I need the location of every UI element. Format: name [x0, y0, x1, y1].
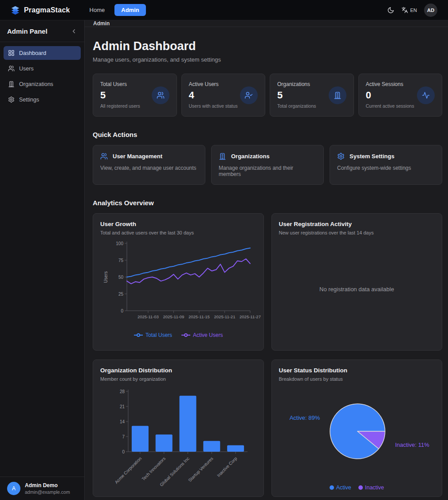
sidebar-item-organizations[interactable]: Organizations	[4, 77, 81, 91]
stat-card-total-users: Total Users 5 All registered users	[93, 74, 177, 117]
svg-text:2025-11-27: 2025-11-27	[240, 314, 261, 319]
admin-sidebar: Admin Panel Dashboard Users	[0, 20, 85, 500]
svg-text:Tech Innovators: Tech Innovators	[141, 456, 166, 482]
users-icon	[100, 152, 108, 160]
moon-icon	[387, 7, 394, 14]
page-subtitle: Manage users, organizations, and system …	[93, 56, 442, 63]
sidebar-collapse-button[interactable]	[71, 28, 77, 35]
user-growth-card: User Growth Total and active users over …	[93, 213, 264, 351]
stat-description: Users with active status	[189, 103, 258, 109]
organization-distribution-card: Organization Distribution Member count b…	[93, 359, 264, 497]
stat-card-active-sessions: Active Sessions 0 Current active session…	[358, 74, 443, 117]
svg-text:14: 14	[120, 419, 125, 424]
quick-actions-heading: Quick Actions	[93, 131, 442, 138]
svg-text:0: 0	[122, 449, 125, 454]
main-area: Admin Admin Dashboard Manage users, orga…	[85, 20, 448, 500]
sidebar-menu: Dashboard Users Organizations Settings	[0, 42, 84, 477]
svg-text:2025-11-03: 2025-11-03	[138, 314, 159, 319]
svg-text:75: 75	[118, 258, 124, 263]
registration-activity-card: User Registration Activity New user regi…	[271, 213, 443, 351]
stat-description: Total organizations	[277, 103, 346, 109]
sidebar-item-label: Dashboard	[19, 50, 46, 56]
breadcrumb-bar: Admin	[85, 20, 448, 27]
svg-text:Startup Ventures: Startup Ventures	[187, 456, 214, 483]
chart-subtitle: Total and active users over the last 30 …	[100, 230, 256, 235]
user-avatar[interactable]: AD	[424, 4, 437, 17]
chart-title: User Growth	[100, 221, 256, 227]
legend-dot-icon	[358, 485, 363, 490]
analytics-heading: Analytics Overview	[93, 199, 442, 207]
sidebar-header: Admin Panel	[0, 20, 84, 42]
quick-action-title: Organizations	[231, 153, 270, 160]
svg-text:Inactive Corp: Inactive Corp	[216, 456, 238, 478]
theme-toggle-button[interactable]	[387, 7, 394, 14]
quick-action-user-management[interactable]: User Management View, create, and manage…	[93, 145, 205, 185]
language-switcher[interactable]: EN	[401, 7, 417, 13]
chart-title: User Status Distribution	[279, 367, 435, 374]
legend-item-active: Active	[330, 484, 351, 491]
empty-state-text: No registration data available	[319, 286, 394, 293]
svg-text:50: 50	[118, 275, 124, 280]
svg-text:25: 25	[118, 292, 124, 297]
language-label: EN	[410, 8, 417, 13]
sidebar-item-label: Users	[19, 66, 34, 72]
chart-subtitle: Breakdown of users by status	[279, 376, 435, 382]
svg-text:28: 28	[120, 389, 125, 394]
building-icon	[329, 86, 346, 104]
user-name: Admin Demo	[25, 482, 70, 488]
breadcrumb[interactable]: Admin	[93, 20, 110, 27]
chart-title: Organization Distribution	[100, 367, 256, 374]
user-growth-line-chart: 02550751002025-11-032025-11-092025-11-15…	[100, 239, 256, 327]
stat-description: All registered users	[100, 103, 169, 109]
sidebar-item-dashboard[interactable]: Dashboard	[4, 46, 81, 60]
stats-grid: Total Users 5 All registered users Activ…	[93, 74, 442, 117]
svg-text:2025-11-15: 2025-11-15	[189, 314, 210, 319]
sidebar-item-settings[interactable]: Settings	[4, 93, 81, 106]
brand-name: PragmaStack	[24, 6, 70, 14]
nav-link-admin[interactable]: Admin	[114, 4, 145, 16]
dashboard-grid-icon	[8, 50, 15, 56]
users-icon	[8, 65, 15, 72]
stat-description: Current active sessions	[366, 103, 435, 109]
svg-text:0: 0	[121, 309, 123, 313]
users-icon	[152, 86, 169, 104]
chart-subtitle: Member count by organization	[100, 376, 256, 382]
nav-link-home[interactable]: Home	[85, 4, 110, 16]
quick-action-description: Configure system-wide settings	[337, 165, 435, 171]
svg-text:Active: 89%: Active: 89%	[289, 414, 320, 421]
languages-icon	[401, 7, 408, 13]
pie-chart-legend: Active Inactive	[279, 484, 435, 491]
user-status-distribution-card: User Status Distribution Breakdown of us…	[271, 359, 443, 497]
brand-logo[interactable]: PragmaStack	[11, 5, 70, 15]
sidebar-user-card[interactable]: A Admin Demo admin@example.com	[0, 477, 84, 500]
svg-text:100: 100	[116, 241, 123, 246]
sidebar-item-users[interactable]: Users	[4, 62, 81, 75]
quick-actions-grid: User Management View, create, and manage…	[93, 145, 442, 185]
user-email: admin@example.com	[25, 489, 70, 495]
quick-action-title: System Settings	[350, 153, 394, 160]
svg-text:2025-11-21: 2025-11-21	[214, 314, 236, 319]
svg-text:21: 21	[120, 404, 125, 409]
svg-text:7: 7	[122, 434, 125, 439]
svg-text:Acme Corporation: Acme Corporation	[114, 456, 143, 485]
top-navbar: PragmaStack Home Admin EN AD	[0, 0, 448, 20]
chevron-left-icon	[71, 28, 77, 35]
quick-action-title: User Management	[113, 153, 162, 160]
line-marker-icon	[181, 333, 191, 337]
legend-item-inactive: Inactive	[358, 484, 384, 491]
gear-icon	[8, 96, 15, 103]
line-chart-legend: Total Users Active Users	[100, 332, 256, 338]
svg-text:2025-11-09: 2025-11-09	[163, 314, 185, 319]
quick-action-organizations[interactable]: Organizations Manage organizations and t…	[211, 145, 324, 185]
activity-icon	[417, 86, 435, 104]
gear-icon	[337, 152, 345, 160]
sidebar-item-label: Organizations	[19, 81, 53, 87]
quick-action-description: View, create, and manage user accounts	[100, 165, 198, 171]
user-status-pie-chart: Active: 89%Inactive: 11%	[279, 385, 435, 484]
legend-dot-icon	[330, 485, 334, 490]
user-check-icon	[240, 86, 258, 104]
page-content: Admin Dashboard Manage users, organizati…	[85, 27, 448, 500]
legend-item-total-users: Total Users	[134, 332, 172, 338]
stat-card-organizations: Organizations 5 Total organizations	[270, 74, 354, 117]
quick-action-system-settings[interactable]: System Settings Configure system-wide se…	[330, 145, 442, 185]
